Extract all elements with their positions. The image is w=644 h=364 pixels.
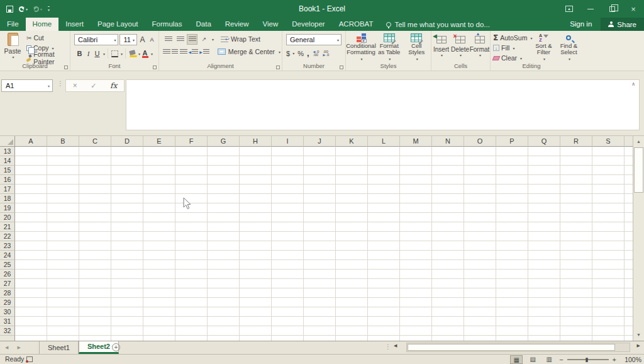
grid-cell-f25[interactable] bbox=[175, 260, 208, 270]
grid-cell-d13[interactable] bbox=[111, 147, 143, 156]
row-header-15[interactable]: 15 bbox=[0, 166, 15, 175]
grid-cell-j24[interactable] bbox=[304, 251, 336, 260]
grid-cell-c25[interactable] bbox=[79, 260, 111, 270]
grid-cell-i17[interactable] bbox=[272, 185, 304, 194]
grid-cell-c18[interactable] bbox=[79, 194, 111, 203]
grid-cell-d14[interactable] bbox=[111, 156, 143, 166]
tab-review[interactable]: Review bbox=[218, 18, 256, 31]
grid-cell-q30[interactable] bbox=[528, 307, 560, 317]
scroll-up-icon[interactable]: ▲ bbox=[633, 137, 644, 147]
grid-cell-d31[interactable] bbox=[111, 317, 143, 326]
grid-cell-partial[interactable] bbox=[625, 307, 633, 317]
grid-cell-j31[interactable] bbox=[304, 317, 336, 326]
column-header-s[interactable]: S bbox=[592, 136, 625, 147]
grid-cell-n15[interactable] bbox=[432, 166, 464, 175]
grid-cell-d23[interactable] bbox=[111, 241, 143, 251]
grid-cell-f17[interactable] bbox=[175, 185, 208, 194]
grid-cell-c13[interactable] bbox=[79, 147, 111, 156]
grid-cell-a21[interactable] bbox=[15, 222, 47, 232]
grid-cell-d18[interactable] bbox=[111, 194, 143, 203]
grid-cell-i32[interactable] bbox=[272, 326, 304, 336]
grid-cell-l20[interactable] bbox=[368, 213, 400, 222]
grid-cell-c27[interactable] bbox=[79, 279, 111, 288]
grid-cell-p17[interactable] bbox=[496, 185, 528, 194]
grid-cell-i22[interactable] bbox=[272, 232, 304, 241]
grid-cell-r25[interactable] bbox=[560, 260, 592, 270]
column-header-partial[interactable] bbox=[625, 136, 633, 147]
grid-cell-f29[interactable] bbox=[175, 298, 208, 307]
number-format-dropdown-icon[interactable]: ▾ bbox=[337, 38, 339, 42]
grid-cell-o31[interactable] bbox=[464, 317, 496, 326]
grid-cell-o23[interactable] bbox=[464, 241, 496, 251]
grid-cell-k30[interactable] bbox=[336, 307, 368, 317]
grid-cell-s23[interactable] bbox=[592, 241, 625, 251]
clear-button[interactable]: Clear▾ bbox=[492, 53, 532, 63]
grid-cell-m14[interactable] bbox=[400, 156, 432, 166]
row-header-28[interactable]: 28 bbox=[0, 288, 15, 298]
grid-cell-b17[interactable] bbox=[47, 185, 79, 194]
grid-cell-m30[interactable] bbox=[400, 307, 432, 317]
grid-cell-j19[interactable] bbox=[304, 203, 336, 213]
grid-cell-e29[interactable] bbox=[143, 298, 175, 307]
tab-acrobat[interactable]: ACROBAT bbox=[332, 18, 380, 31]
orientation-dropdown-icon[interactable]: ▾ bbox=[212, 37, 214, 42]
row-header-20[interactable]: 20 bbox=[0, 213, 15, 222]
grid-cell-partial[interactable] bbox=[625, 185, 633, 194]
grid-cell-a32[interactable] bbox=[15, 326, 47, 336]
grid-cell-k17[interactable] bbox=[336, 185, 368, 194]
grid-cell-n17[interactable] bbox=[432, 185, 464, 194]
grid-cell-r22[interactable] bbox=[560, 232, 592, 241]
grid-cell-k20[interactable] bbox=[336, 213, 368, 222]
underline-dropdown-icon[interactable]: ▾ bbox=[103, 52, 105, 56]
row-header-22[interactable]: 22 bbox=[0, 232, 15, 241]
grid-cell-m31[interactable] bbox=[400, 317, 432, 326]
fill-dropdown-icon[interactable]: ▾ bbox=[513, 46, 514, 50]
grid-cell-r21[interactable] bbox=[560, 222, 592, 232]
column-header-h[interactable]: H bbox=[240, 136, 272, 147]
grid-cell-n31[interactable] bbox=[432, 317, 464, 326]
grid-cell-a27[interactable] bbox=[15, 279, 47, 288]
format-dropdown-icon[interactable]: ▾ bbox=[479, 53, 481, 57]
grid-cell-b26[interactable] bbox=[47, 270, 79, 279]
grid-cell-e25[interactable] bbox=[143, 260, 175, 270]
grid-cell-c20[interactable] bbox=[79, 213, 111, 222]
grid-cell-c15[interactable] bbox=[79, 166, 111, 175]
grid-cell-c17[interactable] bbox=[79, 185, 111, 194]
grid-cell-a28[interactable] bbox=[15, 288, 47, 298]
grid-cell-p16[interactable] bbox=[496, 175, 528, 185]
grid-cell-j18[interactable] bbox=[304, 194, 336, 203]
grid-cell-n26[interactable] bbox=[432, 270, 464, 279]
row-header-17[interactable]: 17 bbox=[0, 185, 15, 194]
grid-cell-n32[interactable] bbox=[432, 326, 464, 336]
column-header-k[interactable]: K bbox=[336, 136, 368, 147]
horizontal-scrollbar[interactable] bbox=[406, 343, 630, 352]
grid-cell-m13[interactable] bbox=[400, 147, 432, 156]
grid-cell-l13[interactable] bbox=[368, 147, 400, 156]
grid-cell-i20[interactable] bbox=[272, 213, 304, 222]
tab-formulas[interactable]: Formulas bbox=[145, 18, 189, 31]
grid-cell-partial[interactable] bbox=[625, 222, 633, 232]
grid-cell-p20[interactable] bbox=[496, 213, 528, 222]
grid-cell-m18[interactable] bbox=[400, 194, 432, 203]
grid-cell-n25[interactable] bbox=[432, 260, 464, 270]
grid-cell-p29[interactable] bbox=[496, 298, 528, 307]
grid-cell-g22[interactable] bbox=[208, 232, 240, 241]
grid-cell-d15[interactable] bbox=[111, 166, 143, 175]
grid-cell-d20[interactable] bbox=[111, 213, 143, 222]
grid-cell-m15[interactable] bbox=[400, 166, 432, 175]
align-center-button[interactable] bbox=[172, 47, 179, 57]
grid-cell-n20[interactable] bbox=[432, 213, 464, 222]
grid-cell-a16[interactable] bbox=[15, 175, 47, 185]
tab-file[interactable]: File bbox=[0, 18, 26, 31]
grid-cell-s25[interactable] bbox=[592, 260, 625, 270]
grid-cell-o26[interactable] bbox=[464, 270, 496, 279]
grid-cell-partial[interactable] bbox=[625, 166, 633, 175]
autosum-button[interactable]: ΣAutoSum▾ bbox=[492, 33, 532, 43]
grid-cell-a25[interactable] bbox=[15, 260, 47, 270]
grid-cell-d21[interactable] bbox=[111, 222, 143, 232]
grid-cell-a30[interactable] bbox=[15, 307, 47, 317]
collapse-formula-bar-icon[interactable]: ∧ bbox=[631, 81, 635, 87]
tab-page-layout[interactable]: Page Layout bbox=[91, 18, 145, 31]
grid-cell-h13[interactable] bbox=[240, 147, 272, 156]
grid-cell-i27[interactable] bbox=[272, 279, 304, 288]
